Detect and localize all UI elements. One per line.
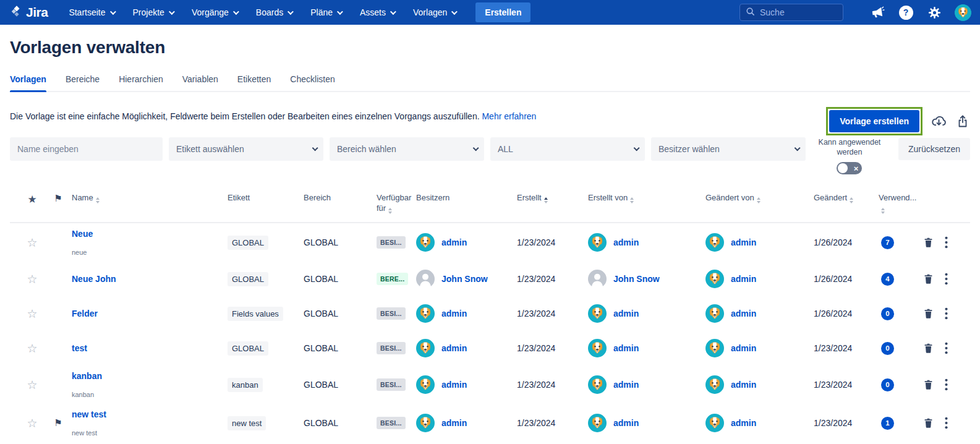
reset-filters-button[interactable]: Zurücksetzen [898, 138, 970, 160]
kebab-menu-icon[interactable] [945, 417, 948, 429]
tab-bereiche[interactable]: Bereiche [66, 74, 100, 91]
column-header-erstellt[interactable]: Erstellt [517, 193, 588, 203]
tab-hierarchien[interactable]: Hierarchien [119, 74, 163, 91]
chevron-down-icon [337, 9, 343, 15]
owner-link[interactable]: admin [441, 343, 467, 353]
nav-item-startseite[interactable]: Startseite [69, 7, 114, 17]
modified-by-link[interactable]: admin [731, 418, 756, 428]
nav-item-vorlagen[interactable]: Vorlagen [413, 7, 456, 17]
kebab-menu-icon[interactable] [945, 342, 948, 354]
flag-column-header-icon[interactable]: ⚑ [54, 193, 62, 204]
modified-by-link[interactable]: admin [731, 237, 756, 247]
trash-icon[interactable] [922, 417, 934, 429]
tab-checklisten[interactable]: Checklisten [290, 74, 334, 91]
tab-vorlagen[interactable]: Vorlagen [10, 74, 46, 91]
usage-count-badge: 0 [881, 307, 894, 320]
available-badge: BESI... [377, 307, 406, 320]
search-input[interactable] [760, 7, 834, 17]
column-header-verwendet[interactable]: Verwend... [879, 193, 916, 214]
cloud-download-icon[interactable] [931, 114, 947, 129]
megaphone-icon[interactable] [869, 4, 885, 20]
jira-logo[interactable]: Jira [10, 4, 48, 20]
nav-item-projekte[interactable]: Projekte [133, 7, 173, 17]
star-icon[interactable]: ☆ [27, 416, 37, 430]
usage-count-badge: 7 [881, 236, 894, 249]
template-name-link[interactable]: Neue John [72, 274, 228, 284]
table-row: ☆ ⚑ Neue John GLOBAL GLOBAL BERE... John… [10, 262, 970, 296]
owner-link[interactable]: admin [441, 418, 467, 428]
modified-by-link[interactable]: admin [731, 274, 756, 284]
search-box[interactable] [739, 4, 843, 21]
column-header-verfuegbar-fuer[interactable]: Verfügbar für [377, 193, 416, 214]
tab-variablen[interactable]: Variablen [182, 74, 218, 91]
owner-link[interactable]: admin [441, 380, 467, 390]
created-by-link[interactable]: admin [613, 418, 639, 428]
search-icon [746, 7, 755, 19]
name-filter-input[interactable] [10, 137, 163, 161]
nav-item-boards[interactable]: Boards [256, 7, 292, 17]
chevron-down-icon [473, 145, 479, 151]
tab-etiketten[interactable]: Etiketten [237, 74, 271, 91]
nav-item-plaene[interactable]: Pläne [310, 7, 341, 17]
created-by-link[interactable]: admin [613, 309, 639, 318]
created-by-link[interactable]: admin [613, 237, 639, 247]
created-by-link[interactable]: admin [613, 343, 639, 353]
can-apply-toggle[interactable]: × [837, 162, 862, 174]
help-icon[interactable]: ? [898, 4, 914, 20]
star-icon[interactable]: ☆ [27, 341, 37, 356]
kebab-menu-icon[interactable] [945, 236, 948, 249]
star-column-header-icon[interactable]: ★ [27, 193, 36, 206]
trash-icon[interactable] [922, 236, 934, 249]
kebab-menu-icon[interactable] [945, 273, 948, 285]
column-header-geaendert-von[interactable]: Geändert von [705, 193, 814, 203]
template-name-link[interactable]: new test [72, 409, 228, 419]
kebab-menu-icon[interactable] [945, 307, 948, 320]
export-icon[interactable] [955, 114, 970, 129]
created-date: 1/23/2024 [517, 418, 588, 428]
column-header-name[interactable]: Name [72, 193, 228, 203]
learn-more-link[interactable]: Mehr erfahren [482, 111, 536, 121]
created-by-link[interactable]: John Snow [613, 274, 660, 284]
star-icon[interactable]: ☆ [27, 378, 37, 392]
sort-asc-icon [544, 197, 548, 203]
template-name-link[interactable]: kanban [72, 371, 228, 381]
column-header-geaendert[interactable]: Geändert [814, 193, 879, 203]
trash-icon[interactable] [922, 307, 934, 320]
create-template-button[interactable]: Vorlage erstellen [829, 110, 919, 132]
star-icon[interactable]: ☆ [27, 236, 37, 250]
main-menu: Startseite Projekte Vorgänge Boards Plän… [69, 7, 456, 17]
template-name-link[interactable]: Neue [72, 229, 228, 239]
owner-filter-dropdown[interactable]: Besitzer wählen [651, 137, 806, 161]
modified-by-link[interactable]: admin [731, 380, 756, 390]
owner-link[interactable]: admin [441, 309, 467, 318]
created-by-link[interactable]: admin [613, 380, 639, 390]
type-filter-dropdown[interactable]: ALL [490, 137, 645, 161]
gear-icon[interactable] [926, 4, 942, 20]
trash-icon[interactable] [922, 342, 934, 354]
jira-logo-text: Jira [26, 5, 48, 20]
owner-link[interactable]: John Snow [441, 274, 488, 284]
usage-count-badge: 0 [881, 342, 894, 355]
template-subtitle: neue [72, 249, 228, 256]
owner-link[interactable]: admin [441, 237, 467, 247]
label-badge: GLOBAL [228, 272, 268, 286]
user-avatar[interactable] [955, 4, 971, 21]
column-header-bereich: Bereich [304, 193, 377, 203]
modified-by-link[interactable]: admin [731, 343, 756, 353]
nav-item-assets[interactable]: Assets [360, 7, 394, 17]
template-name-link[interactable]: test [72, 343, 228, 353]
modified-by-link[interactable]: admin [731, 309, 756, 318]
star-icon[interactable]: ☆ [27, 272, 37, 286]
trash-icon[interactable] [922, 378, 934, 391]
user-avatar [705, 414, 724, 432]
kebab-menu-icon[interactable] [945, 378, 948, 391]
area-filter-dropdown[interactable]: Bereich wählen [330, 137, 484, 161]
modified-date: 1/26/2024 [814, 237, 879, 247]
template-name-link[interactable]: Felder [72, 309, 228, 318]
create-button[interactable]: Erstellen [475, 2, 530, 22]
column-header-erstellt-von[interactable]: Erstellt von [588, 193, 705, 203]
label-filter-dropdown[interactable]: Etikett auswählen [169, 137, 323, 161]
trash-icon[interactable] [922, 273, 934, 285]
nav-item-vorgaenge[interactable]: Vorgänge [192, 7, 237, 17]
star-icon[interactable]: ☆ [27, 307, 37, 321]
